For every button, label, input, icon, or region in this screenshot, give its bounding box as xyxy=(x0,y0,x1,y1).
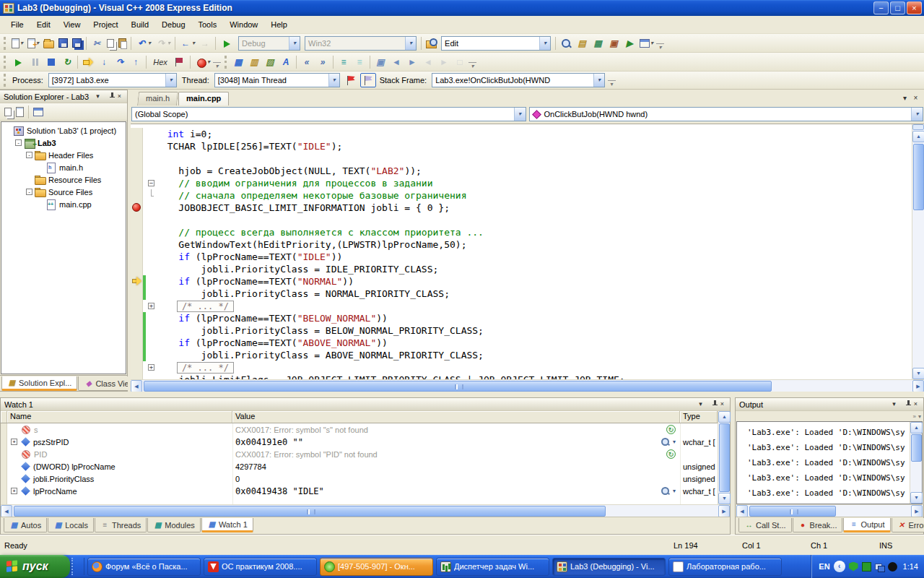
fold-margin[interactable] xyxy=(147,374,156,379)
add-new-item-button[interactable]: ▾ xyxy=(26,35,40,51)
previous-bookmark-button[interactable]: ◄ xyxy=(389,54,404,70)
split-handle[interactable] xyxy=(912,124,924,130)
display-quick-info-button[interactable]: ▧ xyxy=(263,54,277,70)
tree-expander-icon[interactable]: - xyxy=(26,152,32,158)
collapse-icon[interactable]: − xyxy=(148,180,154,186)
chevron-down-icon[interactable]: ▾ xyxy=(539,37,550,50)
fold-margin[interactable] xyxy=(147,324,156,337)
start-page-button[interactable]: ▶ xyxy=(622,35,637,51)
step-into-button[interactable]: ↓ xyxy=(97,54,111,70)
tree-item-main-cpp[interactable]: ++main.cpp xyxy=(1,198,126,210)
next-bookmark-in-folder-button[interactable]: ► xyxy=(437,54,451,70)
chevron-down-icon[interactable]: ▾ xyxy=(911,108,923,121)
scroll-up-icon[interactable]: ▲ xyxy=(912,131,924,142)
chevron-down-icon[interactable]: ▾ xyxy=(673,439,676,445)
breakpoints-window-button[interactable]: ▾ xyxy=(193,54,212,70)
tree-item-resource-files[interactable]: Resource Files xyxy=(1,173,126,186)
continue-button[interactable] xyxy=(10,55,27,69)
navigate-forward-button[interactable]: → xyxy=(198,35,212,51)
column-header-type[interactable]: Type xyxy=(680,411,718,423)
breakpoint-margin[interactable] xyxy=(131,226,143,238)
menu-view[interactable]: View xyxy=(57,17,87,32)
fold-margin[interactable] xyxy=(147,226,156,238)
taskbar-item-firefox[interactable]: Форум «Всё о Паска... xyxy=(87,558,201,576)
menu-window[interactable]: Window xyxy=(223,17,264,32)
fold-margin[interactable] xyxy=(147,251,156,263)
close-panel-icon[interactable]: × xyxy=(910,400,921,410)
fold-margin[interactable] xyxy=(147,189,156,202)
scroll-right-icon[interactable]: ▶ xyxy=(912,380,924,392)
breakpoint-margin[interactable] xyxy=(131,275,143,288)
tree-item-source-files[interactable]: -Source Files xyxy=(1,186,126,198)
watch-tab-watch[interactable]: ▦Watch 1 xyxy=(201,518,253,532)
watch-row[interactable]: sCXX0017: Error: symbol "s" not found↻ xyxy=(1,423,718,436)
toolbar-overflow-icon[interactable] xyxy=(468,62,476,69)
flag-threads-button[interactable] xyxy=(343,73,359,87)
scroll-left-icon[interactable]: ◀ xyxy=(1,505,12,517)
menu-edit[interactable]: Edit xyxy=(30,17,57,32)
toolbar-overflow-icon[interactable] xyxy=(656,43,664,51)
menu-build[interactable]: Build xyxy=(125,17,155,32)
breakpoint-margin[interactable] xyxy=(131,263,143,275)
fold-margin[interactable] xyxy=(147,214,156,226)
breakpoint-margin[interactable] xyxy=(131,189,143,202)
breakpoint-margin[interactable] xyxy=(131,251,143,263)
security-tray-icon[interactable] xyxy=(849,562,858,571)
breakpoint-margin[interactable] xyxy=(131,165,143,177)
watch-tab-threads[interactable]: ≡Threads xyxy=(95,518,147,532)
network-tray-icon[interactable] xyxy=(875,562,884,571)
watch-vertical-scrollbar[interactable]: ▲ ▼ xyxy=(718,411,730,504)
find-combo[interactable]: Edit▾ xyxy=(441,36,551,51)
menu-tools[interactable]: Tools xyxy=(192,17,224,32)
show-all-files-button[interactable] xyxy=(14,104,25,120)
undo-button[interactable]: ↶▾ xyxy=(134,35,152,51)
magnifier-icon[interactable] xyxy=(660,486,671,496)
increase-line-indent-button[interactable]: » xyxy=(315,54,330,70)
window-position-menu-icon[interactable]: ▾ xyxy=(889,400,899,410)
breakpoint-margin[interactable] xyxy=(131,361,143,374)
output-tab-call-stack[interactable]: ↔Call St... xyxy=(738,518,792,532)
close-panel-icon[interactable]: × xyxy=(717,400,728,410)
fold-margin[interactable] xyxy=(147,165,156,177)
fold-margin[interactable] xyxy=(147,288,156,300)
expand-icon[interactable]: + xyxy=(148,364,154,371)
magnifier-icon[interactable] xyxy=(660,437,671,447)
auto-hide-pin-icon[interactable] xyxy=(899,400,910,410)
fold-margin[interactable]: + xyxy=(147,300,156,312)
antivirus-tray-icon[interactable] xyxy=(888,562,897,571)
breakpoint-icon[interactable] xyxy=(132,203,141,212)
editor-vertical-scrollbar[interactable]: ▲ ▼ xyxy=(912,124,924,379)
close-button[interactable]: × xyxy=(907,1,922,14)
scrollbar-thumb[interactable] xyxy=(719,423,730,492)
toggle-bookmark-button[interactable]: ▣ xyxy=(373,54,388,70)
scrollbar-thumb[interactable] xyxy=(144,381,772,392)
output-lines[interactable]: 'Lab3.exe': Loaded 'D:\WINDOWS\sy'Lab3.e… xyxy=(737,422,910,504)
restart-button[interactable]: ↻ xyxy=(60,54,74,70)
scroll-left-icon[interactable]: ◀ xyxy=(736,505,748,517)
start-debugging-button[interactable] xyxy=(219,36,235,50)
tree-item-header-files[interactable]: -Header Files xyxy=(1,149,126,161)
breakpoint-margin[interactable] xyxy=(131,238,143,251)
tree-expander-icon[interactable]: - xyxy=(26,189,32,195)
close-panel-icon[interactable]: × xyxy=(114,92,125,102)
scroll-left-icon[interactable]: ◀ xyxy=(131,380,142,392)
output-tab-output[interactable]: ≡Output xyxy=(843,518,890,532)
code-content[interactable]: int i=0; TCHAR lpIDLE[256]=TEXT("IDLE");… xyxy=(131,124,912,379)
save-button[interactable] xyxy=(57,35,69,51)
watch-row[interactable]: PIDCXX0017: Error: symbol "PID" not foun… xyxy=(1,448,718,460)
expand-icon[interactable]: + xyxy=(148,303,154,309)
toolbar-grip[interactable] xyxy=(4,56,7,69)
breakpoint-margin[interactable] xyxy=(131,349,143,361)
save-all-button[interactable] xyxy=(71,35,83,51)
fold-margin[interactable] xyxy=(147,238,156,251)
breakpoint-margin[interactable] xyxy=(131,202,143,214)
document-tab-main-cpp[interactable]: main.cpp xyxy=(178,92,229,105)
decrease-line-indent-button[interactable]: « xyxy=(300,54,314,70)
scroll-up-icon[interactable]: ▲ xyxy=(718,411,731,423)
show-threads-in-source-button[interactable] xyxy=(173,54,187,70)
scroll-down-icon[interactable]: ▼ xyxy=(718,493,731,504)
auto-hide-pin-icon[interactable] xyxy=(706,400,717,410)
scrollbar-thumb[interactable] xyxy=(749,506,836,517)
view-code-button[interactable] xyxy=(32,104,45,120)
find-symbol-button[interactable] xyxy=(559,35,573,51)
